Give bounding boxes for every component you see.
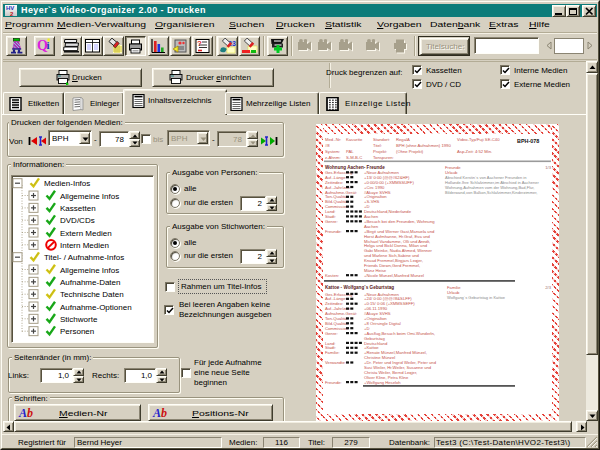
svg-text:?: ? (197, 39, 202, 48)
svg-text:Titel:: Titel: (373, 143, 382, 148)
svg-text:Personen: Personen (60, 327, 94, 336)
svg-text:Asp-Zeit: 4:52 Min.: Asp-Zeit: 4:52 Min. (457, 149, 492, 154)
svg-text:Titel- / Aufnahme-Infos: Titel- / Aufnahme-Infos (44, 253, 124, 262)
svg-text:+Wolfgang Heseloh: +Wolfgang Heseloh (364, 380, 401, 385)
svg-text:Stichworte: Stichworte (60, 315, 98, 324)
svg-text:2/3: 2/3 (545, 285, 551, 290)
svg-text:1/3: 1/3 (545, 165, 551, 170)
svg-text:(Ohne Projekt): (Ohne Projekt) (396, 149, 424, 154)
svg-text:Medien-Infos: Medien-Infos (44, 179, 90, 188)
svg-text:Intern Medien: Intern Medien (60, 241, 109, 250)
svg-text:Kassetten: Kassetten (60, 204, 96, 213)
svg-text:z-Ahnm:: z-Ahnm: (325, 155, 341, 160)
svg-text:Freunde:: Freunde: (325, 229, 342, 234)
svg-text:Standort:: Standort: (373, 137, 390, 142)
svg-text:Med.-Nr:: Med.-Nr: (325, 137, 341, 142)
svg-text:Genre:: Genre: (325, 331, 338, 336)
svg-text:Technische Daten: Technische Daten (60, 290, 124, 299)
svg-text:Bilderwand,von Balkon,Schlafzi: Bilderwand,von Balkon,Schlafzimmer,Kinde… (445, 190, 537, 195)
svg-text:S-M-B-C: S-M-B-C (346, 155, 362, 160)
svg-text:Tonspuren:: Tonspuren: (373, 155, 394, 160)
svg-text:+8 Orirsingle Digital: +8 Orirsingle Digital (364, 321, 401, 326)
svg-text:DVD/CDs: DVD/CDs (60, 216, 95, 225)
svg-text:Wolfgang`s Geburtstag in Katto: Wolfgang`s Geburtstag in Kattoe (447, 295, 506, 300)
svg-text:System:: System: (325, 149, 340, 154)
svg-text:BPH-078: BPH-078 (517, 138, 539, 144)
svg-text:Video-Typ/Fuji SE-C40: Video-Typ/Fuji SE-C40 (457, 137, 500, 142)
svg-text:BPH (ohne Aufnahmen) 1990: BPH (ohne Aufnahmen) 1990 (396, 143, 451, 148)
svg-text:Projekt:: Projekt: (373, 149, 387, 154)
svg-text:Familie:: Familie: (325, 350, 340, 355)
svg-text:Aufnahme-Optionen: Aufnahme-Optionen (60, 303, 132, 312)
svg-text:Genre:: Genre: (325, 219, 338, 224)
svg-text:Allgemeine Infos: Allgemeine Infos (60, 266, 119, 275)
svg-text:Extern Medien: Extern Medien (60, 229, 112, 238)
svg-text:+Nicole Munzel,Manfred Munzel: +Nicole Munzel,Manfred Munzel (364, 273, 424, 278)
svg-text:Kassette: Kassette (346, 137, 363, 142)
svg-text:Freunde:: Freunde: (325, 380, 342, 385)
svg-text:RegalA: RegalA (396, 137, 410, 142)
svg-text:Verwandte:: Verwandte: (325, 360, 346, 365)
svg-text:Kattoe - Wolfgang`s Geburtstag: Kattoe - Wolfgang`s Geburtstag (325, 285, 394, 290)
svg-text:Kosten:: Kosten: (325, 273, 339, 278)
svg-text:#8: #8 (325, 143, 330, 148)
svg-text:Allgemeine Infos: Allgemeine Infos (60, 192, 119, 201)
svg-text:Aufnahme-Daten: Aufnahme-Daten (60, 278, 120, 287)
svg-text:PAL: PAL (346, 149, 354, 154)
